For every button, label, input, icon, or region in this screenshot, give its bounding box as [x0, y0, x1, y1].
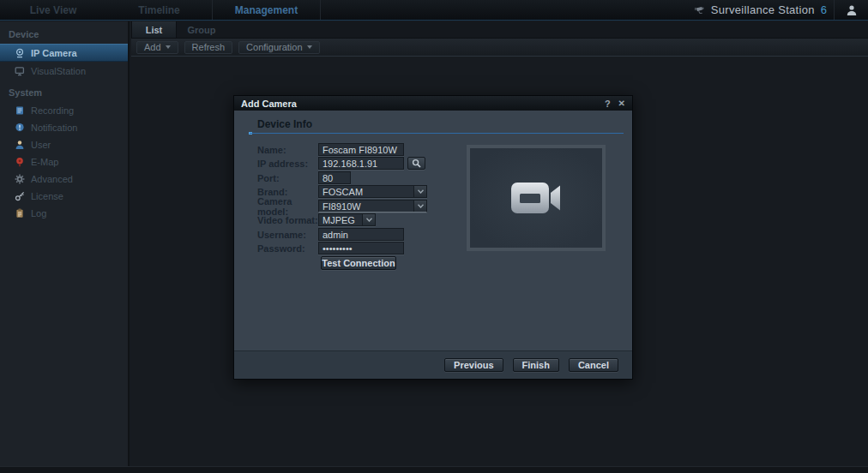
nav-timeline[interactable]: Timeline [106, 0, 213, 20]
search-icon [412, 159, 421, 168]
dialog-title: Add Camera [241, 99, 297, 109]
password-field[interactable] [318, 242, 404, 254]
video-format-select[interactable]: MJPEG [318, 213, 376, 226]
app-brand: Surveillance Station 6 [695, 0, 827, 20]
caret-down-icon [166, 45, 171, 49]
video-format-select-value: MJPEG [319, 214, 362, 225]
sidebar-item-label: VisualStation [31, 66, 86, 76]
section-rule [250, 133, 624, 134]
name-label: Name: [257, 145, 318, 155]
refresh-button[interactable]: Refresh [184, 41, 233, 54]
toolbar: Add Refresh Configuration [131, 39, 868, 57]
camera-model-select[interactable]: FI8910W [318, 200, 427, 213]
cancel-button[interactable]: Cancel [569, 358, 618, 372]
nav-live-view[interactable]: Live View [0, 0, 106, 20]
sidebar-item-license[interactable]: License [0, 188, 128, 205]
sidebar-item-ip-camera[interactable]: IP Camera [0, 44, 128, 62]
previous-button[interactable]: Previous [444, 358, 503, 372]
sidebar-section-system: System [0, 80, 128, 102]
add-button[interactable]: Add [136, 41, 178, 54]
map-pin-icon [15, 157, 25, 167]
sidebar-item-label: IP Camera [31, 48, 77, 58]
sidebar-item-label: User [31, 140, 51, 150]
brand-select[interactable]: FOSCAM [318, 185, 427, 198]
sidebar-item-label: Recording [31, 105, 74, 116]
app-version: 6 [821, 3, 827, 16]
form-row-port: Port: [257, 171, 351, 184]
person-icon [846, 4, 858, 16]
form-row-ip: IP address: [257, 157, 425, 170]
name-field[interactable] [318, 143, 404, 156]
form-row-name: Name: [257, 143, 404, 156]
camera-model-select-value: FI8910W [319, 201, 413, 212]
user-icon [15, 140, 25, 150]
close-icon[interactable]: ✕ [618, 99, 625, 108]
gear-icon [15, 174, 25, 184]
configuration-button[interactable]: Configuration [238, 41, 319, 54]
port-field[interactable] [318, 171, 351, 184]
ip-address-field[interactable] [318, 157, 404, 170]
username-field[interactable] [318, 228, 404, 241]
ip-address-label: IP address: [257, 159, 318, 169]
sidebar-item-log[interactable]: Log [0, 205, 128, 222]
video-format-label: Video format: [257, 215, 318, 225]
sidebar-item-label: Notification [31, 123, 77, 133]
dialog-footer: Previous Finish Cancel [234, 350, 632, 379]
sidebar-item-label: License [31, 191, 63, 201]
password-label: Password: [257, 243, 318, 254]
sidebar-item-user[interactable]: User [0, 136, 128, 153]
test-connection-button[interactable]: Test Connection [321, 256, 396, 270]
section-title: Device Info [257, 118, 312, 130]
brand-select-value: FOSCAM [319, 186, 413, 197]
sidebar-item-label: Advanced [31, 174, 73, 184]
key-icon [15, 191, 25, 201]
add-camera-dialog: Add Camera ? ✕ Device Info Name: IP addr… [233, 95, 633, 380]
top-navigation-bar: Live View Timeline Management Surveillan… [0, 0, 868, 21]
user-menu-button[interactable] [834, 0, 868, 20]
form-row-username: Username: [257, 228, 404, 241]
tab-list[interactable]: List [131, 21, 177, 38]
add-button-label: Add [144, 42, 161, 52]
sidebar-item-recording[interactable]: Recording [0, 102, 128, 119]
tab-bar: List Group [131, 21, 868, 39]
nav-management[interactable]: Management [213, 0, 321, 20]
recording-icon [15, 105, 25, 116]
ip-search-button[interactable] [407, 157, 425, 170]
username-label: Username: [257, 230, 318, 240]
sidebar-item-e-map[interactable]: E-Map [0, 153, 128, 171]
sidebar-item-label: E-Map [31, 157, 58, 167]
window-bottom-edge [0, 466, 868, 473]
form-row-camera-model: Camera model: FI8910W [257, 200, 427, 213]
caret-down-icon [307, 45, 312, 49]
finish-button[interactable]: Finish [513, 358, 559, 372]
clipboard-icon [15, 208, 25, 219]
configuration-button-label: Configuration [246, 42, 302, 52]
sidebar-section-device: Device [0, 21, 128, 44]
video-camera-icon [509, 179, 563, 217]
tab-group[interactable]: Group [177, 21, 226, 38]
dialog-title-bar[interactable]: Add Camera ? ✕ [234, 96, 632, 111]
chevron-down-icon [413, 186, 426, 197]
sidebar: Device IP Camera VisualStation System Re… [0, 21, 130, 466]
dialog-body: Device Info Name: IP address: Port: Bran… [234, 111, 632, 352]
form-row-password: Password: [257, 242, 404, 254]
cctv-camera-icon [695, 5, 705, 15]
sidebar-item-visualstation[interactable]: VisualStation [0, 62, 128, 80]
help-button[interactable]: ? [605, 99, 611, 109]
sidebar-item-label: Log [31, 208, 46, 219]
chevron-down-icon [362, 214, 375, 225]
form-row-video-format: Video format: MJPEG [257, 213, 376, 226]
chevron-down-icon [413, 201, 426, 212]
sidebar-item-notification[interactable]: Notification [0, 119, 128, 136]
notification-icon [15, 123, 25, 133]
monitor-icon [15, 66, 25, 76]
refresh-button-label: Refresh [192, 42, 226, 52]
webcam-icon [15, 48, 25, 58]
camera-preview [467, 145, 606, 251]
app-title: Surveillance Station [711, 3, 815, 16]
sidebar-item-advanced[interactable]: Advanced [0, 171, 128, 188]
port-label: Port: [257, 173, 318, 183]
